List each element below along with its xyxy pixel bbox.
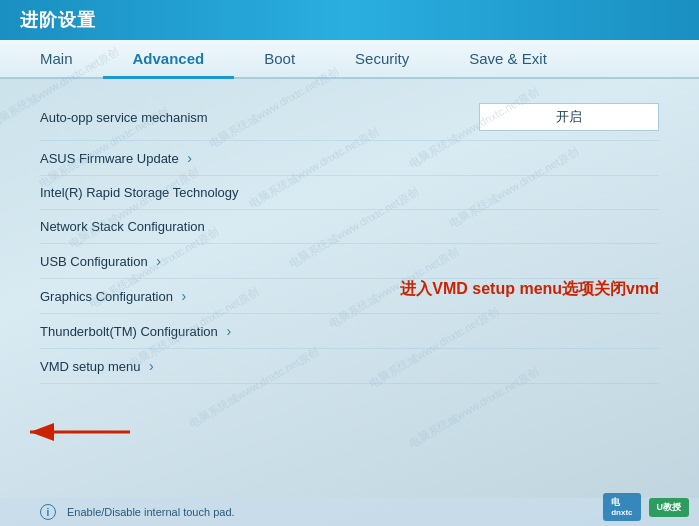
menu-item-vmd-setup[interactable]: VMD setup menu ›: [40, 349, 659, 384]
menu-item-usb-config[interactable]: USB Configuration ›: [40, 244, 659, 279]
bottom-logos: 电 dnxtc U教授: [603, 493, 689, 521]
menu-item-auto-opp[interactable]: Auto-opp service mechanism 开启: [40, 94, 659, 141]
menu-label-network-stack: Network Stack Configuration: [40, 219, 659, 234]
tab-boot[interactable]: Boot: [234, 40, 325, 77]
content-area: Auto-opp service mechanism 开启 ASUS Firmw…: [0, 79, 699, 399]
annotation-text: 进入VMD setup menu选项关闭vmd: [400, 280, 659, 297]
menu-label-thunderbolt-config: Thunderbolt(TM) Configuration ›: [40, 323, 659, 339]
usb-arrow-icon: ›: [156, 253, 161, 269]
tab-security[interactable]: Security: [325, 40, 439, 77]
page-title: 进阶设置: [20, 8, 96, 32]
menu-label-auto-opp: Auto-opp service mechanism: [40, 110, 479, 125]
annotation-arrow: [20, 417, 140, 451]
logo-ujiaoshou: U教授: [649, 498, 690, 517]
logo-dnxtc: 电 dnxtc: [603, 493, 640, 521]
tab-main[interactable]: Main: [10, 40, 103, 77]
menu-label-vmd-setup: VMD setup menu ›: [40, 358, 659, 374]
vmd-arrow-icon: ›: [149, 358, 154, 374]
nav-tabs: Main Advanced Boot Security Save & Exit: [0, 40, 699, 79]
firmware-arrow-icon: ›: [187, 150, 192, 166]
thunderbolt-arrow-icon: ›: [226, 323, 231, 339]
menu-item-network-stack[interactable]: Network Stack Configuration: [40, 210, 659, 244]
menu-label-firmware-update: ASUS Firmware Update ›: [40, 150, 659, 166]
menu-label-rapid-storage: Intel(R) Rapid Storage Technology: [40, 185, 659, 200]
menu-label-usb-config: USB Configuration ›: [40, 253, 659, 269]
tab-save-exit[interactable]: Save & Exit: [439, 40, 577, 77]
bios-screen: 电脑系统城www.dnxtc.net原创 电脑系统城www.dnxtc.net原…: [0, 0, 699, 526]
annotation-box: 进入VMD setup menu选项关闭vmd: [400, 279, 659, 300]
menu-item-rapid-storage[interactable]: Intel(R) Rapid Storage Technology: [40, 176, 659, 210]
menu-item-firmware-update[interactable]: ASUS Firmware Update ›: [40, 141, 659, 176]
status-bar: i Enable/Disable internal touch pad.: [0, 498, 699, 526]
title-bar: 进阶设置: [0, 0, 699, 40]
menu-value-auto-opp: 开启: [479, 103, 659, 131]
menu-item-thunderbolt-config[interactable]: Thunderbolt(TM) Configuration ›: [40, 314, 659, 349]
status-text: Enable/Disable internal touch pad.: [67, 506, 235, 518]
graphics-arrow-icon: ›: [182, 288, 187, 304]
tab-advanced[interactable]: Advanced: [103, 40, 235, 77]
info-icon: i: [40, 504, 56, 520]
